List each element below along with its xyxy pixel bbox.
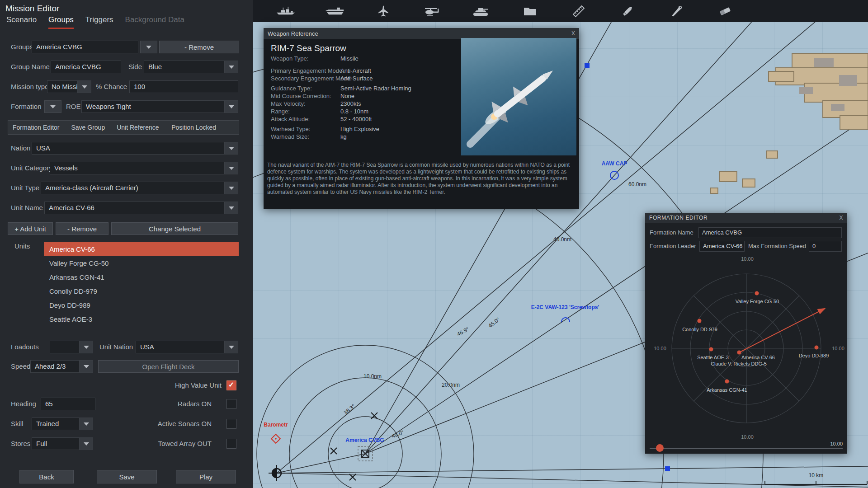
map-label-e2c: E-2C VAW-123 'Screwtops': [531, 304, 599, 310]
list-item-unit[interactable]: America CV-66: [44, 242, 239, 256]
carrier-icon[interactable]: [317, 0, 352, 22]
back-button[interactable]: Back: [19, 470, 74, 483]
list-item-unit[interactable]: Claude V. Ricketts DDG-5: [44, 326, 239, 331]
nation-select[interactable]: USA: [32, 142, 238, 155]
chevron-down-icon: [82, 85, 87, 89]
position-locked-toggle[interactable]: Position Locked: [171, 124, 216, 131]
formation-dot-america[interactable]: [737, 351, 741, 355]
tab-scenario[interactable]: Scenario: [6, 15, 37, 29]
formation-dot-conolly[interactable]: [698, 319, 702, 323]
max-formation-speed-label: Max Formation Speed: [748, 241, 806, 252]
aircraft-icon[interactable]: [366, 0, 401, 22]
tank-icon[interactable]: [464, 0, 498, 22]
max-formation-speed-input[interactable]: 0: [809, 241, 842, 252]
unit-nation-select[interactable]: USA: [136, 341, 238, 353]
unit-type-select[interactable]: America-class (Aircraft Carrier): [41, 182, 238, 194]
play-button[interactable]: Play: [176, 470, 236, 483]
cvbg-marker[interactable]: [358, 446, 373, 461]
towed-array-checkbox[interactable]: [226, 439, 236, 449]
formation-dot-arkansas[interactable]: [725, 380, 729, 384]
formation-spacing-slider-knob[interactable]: [656, 444, 664, 452]
groups-label: Groups: [11, 41, 33, 53]
contact-x-marks: [330, 413, 377, 480]
unit-type-label: Unit Type: [11, 182, 39, 194]
list-item-unit[interactable]: Conolly DD-979: [44, 284, 239, 298]
formation-editor-title: FORMATION EDITOR: [649, 215, 708, 221]
waypoint-square-south[interactable]: [665, 466, 670, 471]
mission-type-select[interactable]: No Mission: [47, 80, 91, 93]
formation-unit-label: Seattle AOE-3: [697, 355, 729, 360]
unit-category-select[interactable]: Vessels: [50, 162, 238, 174]
weapon-name: RIM-7 Sea Sparrow: [271, 43, 346, 53]
mission-editor-panel: Mission Editor Scenario Groups Triggers …: [0, 0, 253, 488]
chevron-down-icon: [229, 206, 234, 210]
tab-triggers[interactable]: Triggers: [85, 15, 113, 29]
chance-input[interactable]: 100: [129, 80, 238, 93]
groups-dropdown-button[interactable]: [140, 41, 157, 53]
list-item-unit[interactable]: Deyo DD-989: [44, 298, 239, 312]
barometr-marker[interactable]: [271, 434, 280, 443]
tab-background-data[interactable]: Background Data: [125, 15, 184, 29]
plot-tool-icon[interactable]: [659, 0, 693, 22]
pencil-icon[interactable]: [610, 0, 645, 22]
formation-editor-titlebar[interactable]: FORMATION EDITOR X: [645, 213, 847, 223]
active-sonars-checkbox[interactable]: [226, 419, 236, 429]
formation-dot-valley-forge[interactable]: [755, 291, 759, 296]
roe-label: ROE: [66, 100, 81, 113]
nation-label: Nation: [11, 142, 30, 155]
units-list: America CV-66 Valley Forge CG-50 Arkansa…: [44, 242, 239, 331]
add-unit-button[interactable]: + Add Unit: [8, 222, 53, 235]
formation-dropdown-button[interactable]: [44, 100, 61, 113]
loadouts-select[interactable]: [50, 341, 93, 353]
unit-nation-value: USA: [140, 343, 154, 351]
waypoint-square-north[interactable]: [585, 63, 590, 68]
formation-polar-grid[interactable]: [645, 253, 847, 434]
open-flight-deck-button[interactable]: Open Flight Deck: [98, 360, 239, 373]
change-selected-button[interactable]: Change Selected: [111, 222, 238, 235]
list-item-unit[interactable]: Valley Forge CG-50: [44, 256, 239, 270]
axis-label-left: 10.00: [654, 346, 666, 351]
speed-select[interactable]: Ahead 2/3: [30, 360, 93, 373]
formation-leader-select[interactable]: America CV-66: [699, 241, 745, 252]
group-name-input[interactable]: America CVBG: [51, 61, 121, 73]
list-item-unit[interactable]: Seattle AOE-3: [44, 312, 239, 326]
eraser-icon[interactable]: [708, 0, 742, 22]
remove-group-button[interactable]: - Remove: [159, 41, 239, 53]
weapon-photo: [461, 38, 576, 155]
radars-on-checkbox[interactable]: [226, 399, 236, 409]
remove-unit-button[interactable]: - Remove: [56, 222, 108, 235]
island-archipelago: [711, 53, 868, 193]
save-group-button[interactable]: Save Group: [71, 124, 105, 131]
weapon-reference-titlebar[interactable]: Weapon Reference X: [264, 28, 579, 39]
unit-reference-button[interactable]: Unit Reference: [117, 124, 159, 131]
groups-input[interactable]: America CVBG: [32, 41, 138, 53]
chevron-down-icon: [229, 66, 234, 69]
map-label-aaw-cap: AAW CAP: [602, 160, 627, 167]
list-item-unit[interactable]: Arkansas CGN-41: [44, 270, 239, 284]
helicopter-icon[interactable]: [415, 0, 449, 22]
folder-icon[interactable]: [513, 0, 547, 22]
roe-select[interactable]: Weapons Tight: [81, 100, 238, 113]
close-icon[interactable]: X: [571, 30, 575, 37]
formation-dot-seattle[interactable]: [709, 347, 713, 352]
close-icon[interactable]: X: [839, 215, 843, 221]
nation-value: USA: [36, 144, 50, 152]
formation-editor-button[interactable]: Formation Editor: [13, 124, 59, 131]
unit-name-value: America CV-66: [49, 204, 94, 211]
map-label-scale: 10 km: [809, 472, 824, 479]
formation-dot-deyo[interactable]: [815, 346, 819, 350]
loadouts-label: Loadouts: [11, 341, 39, 353]
side-select[interactable]: Blue: [144, 61, 238, 73]
page-title: Mission Editor: [5, 4, 59, 14]
formation-leader-label: Formation Leader: [650, 241, 696, 252]
ruler-icon[interactable]: [561, 0, 596, 22]
destroyer-icon[interactable]: [269, 0, 303, 22]
unit-name-select[interactable]: America CV-66: [44, 202, 238, 214]
formation-unit-label: Valley Forge CG-50: [736, 299, 779, 304]
formation-name-input[interactable]: America CVBG: [698, 227, 842, 238]
save-button[interactable]: Save: [97, 470, 157, 483]
formation-spacing-slider-track[interactable]: [650, 448, 843, 449]
tab-groups[interactable]: Groups: [48, 15, 74, 29]
high-value-unit-checkbox[interactable]: [226, 380, 236, 390]
reference-point-marker[interactable]: [269, 465, 285, 481]
